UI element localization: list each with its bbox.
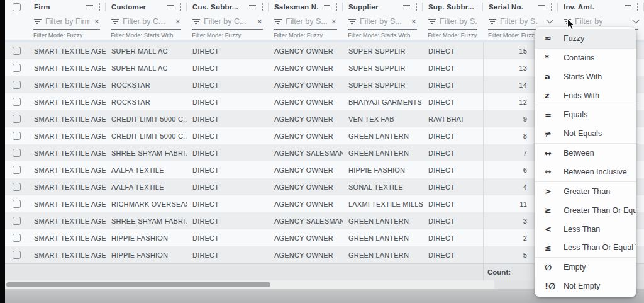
row-checkbox[interactable] bbox=[13, 251, 21, 259]
cell-customer: SUPER MALL AC bbox=[106, 42, 187, 59]
menu-item-empty[interactable]: ∅Empty bbox=[535, 258, 636, 277]
filter-input[interactable]: Filter by Firm × bbox=[33, 14, 100, 30]
row-checkbox[interactable] bbox=[13, 217, 21, 225]
filter-input[interactable]: Filter by C... × bbox=[111, 14, 181, 30]
menu-item-contains[interactable]: *Contains bbox=[535, 49, 636, 67]
menu-item-less-than-or-equal-to[interactable]: ≤Less Than Or Equal To bbox=[535, 238, 636, 257]
row-checkbox[interactable] bbox=[13, 200, 21, 208]
cell-customer: SHREE SHYAM FABRI... bbox=[106, 212, 187, 229]
row-checkbox[interactable] bbox=[13, 98, 21, 106]
menu-item-icon: ∅ bbox=[545, 263, 564, 272]
cell-supplier: HIPPIE FASHION bbox=[343, 161, 423, 178]
menu-item-icon: z bbox=[545, 91, 564, 100]
column-menu-icon[interactable] bbox=[97, 3, 101, 11]
menu-item-not-equals[interactable]: ≠Not Equals bbox=[535, 124, 636, 143]
chevron-down-icon[interactable] bbox=[632, 16, 639, 23]
filter-input[interactable]: Filter by S... × bbox=[348, 14, 417, 30]
column-header-salesman[interactable]: Salesman N... bbox=[269, 0, 343, 14]
filter-input[interactable]: Filter by C... × bbox=[192, 14, 263, 30]
row-checkbox[interactable] bbox=[13, 115, 21, 123]
filter-mode-label bbox=[5, 30, 28, 40]
cell-cus_subbr: DIRECT bbox=[187, 144, 269, 161]
cell-sup_subbr: DIRECT bbox=[423, 42, 483, 59]
column-drag-icon[interactable] bbox=[324, 5, 330, 9]
column-header-firm[interactable]: Firm bbox=[28, 0, 106, 14]
menu-item-not-empty[interactable]: !∅Not Empty bbox=[535, 277, 636, 295]
cell-supplier: SONAL TEXTILE bbox=[343, 178, 423, 195]
menu-item-icon: !∅ bbox=[545, 282, 564, 291]
filter-input[interactable]: Filter by S. bbox=[428, 14, 477, 30]
row-checkbox[interactable] bbox=[13, 64, 21, 72]
clear-filter-icon[interactable]: × bbox=[94, 17, 100, 26]
menu-item-label: Greater Than Or Equal To bbox=[564, 206, 636, 215]
menu-item-starts-with[interactable]: aStarts With bbox=[535, 67, 636, 86]
row-checkbox[interactable] bbox=[13, 183, 21, 191]
cell-firm: SMART TEXTILE AGE... bbox=[28, 212, 106, 229]
clear-filter-icon[interactable]: × bbox=[257, 17, 263, 26]
column-drag-icon[interactable] bbox=[86, 5, 93, 9]
column-title: Serial No. bbox=[489, 3, 523, 11]
cell-cus_subbr: DIRECT bbox=[187, 127, 269, 144]
column-menu-icon[interactable] bbox=[335, 3, 338, 11]
column-menu-icon[interactable] bbox=[414, 3, 418, 11]
cell-salesman: AGENCY OWNER bbox=[269, 246, 343, 263]
column-menu-icon[interactable] bbox=[260, 3, 264, 11]
cell-firm: SMART TEXTILE AGE... bbox=[28, 110, 106, 127]
menu-item-ends-with[interactable]: zEnds With bbox=[535, 86, 636, 105]
column-drag-icon[interactable] bbox=[538, 5, 545, 9]
column-menu-icon[interactable] bbox=[550, 3, 553, 11]
column-header-serial[interactable]: Serial No. bbox=[483, 0, 558, 14]
column-drag-icon[interactable] bbox=[403, 5, 410, 9]
column-header-check[interactable] bbox=[5, 0, 28, 14]
menu-item-equals[interactable]: =Equals bbox=[535, 105, 636, 124]
cell-sup_subbr: DIRECT bbox=[423, 144, 483, 161]
column-drag-icon[interactable] bbox=[249, 5, 256, 9]
cell-supplier: SUPER SUPPLIR bbox=[343, 59, 423, 76]
row-checkbox[interactable] bbox=[13, 47, 21, 55]
row-checkbox-cell bbox=[5, 93, 28, 110]
cell-salesman: AGENCY OWNER bbox=[269, 195, 343, 212]
column-drag-icon[interactable] bbox=[625, 5, 631, 9]
clear-filter-icon[interactable]: × bbox=[175, 17, 181, 26]
cell-firm: SMART TEXTILE AGE... bbox=[28, 195, 106, 212]
column-header-customer[interactable]: Customer bbox=[106, 0, 187, 14]
menu-item-fuzzy[interactable]: ≈Fuzzy bbox=[535, 29, 636, 48]
menu-item-between[interactable]: ↔Between bbox=[535, 144, 636, 163]
row-checkbox[interactable] bbox=[13, 149, 21, 157]
column-menu-icon[interactable] bbox=[179, 3, 182, 11]
filter-placeholder: Filter by S. bbox=[500, 17, 542, 26]
filter-funnel-icon bbox=[111, 19, 119, 25]
row-checkbox-cell bbox=[5, 195, 28, 212]
menu-item-greater-than-or-equal-to[interactable]: ≥Greater Than Or Equal To bbox=[535, 201, 636, 220]
clear-filter-icon[interactable]: × bbox=[411, 17, 417, 26]
chevron-down-icon[interactable] bbox=[546, 16, 553, 23]
clear-filter-icon[interactable]: × bbox=[331, 17, 337, 26]
column-header-cus_subbr[interactable]: Cus. Subbr... bbox=[187, 0, 269, 14]
select-all-checkbox[interactable] bbox=[13, 3, 21, 11]
column-header-sup_subbr[interactable]: Sup. Subbr... bbox=[423, 0, 483, 14]
column-menu-icon[interactable] bbox=[636, 3, 640, 11]
menu-item-between-inclusive[interactable]: ⇿Between Inclusive bbox=[535, 163, 636, 181]
filter-mode-label: Filter Mode: Fuzzy bbox=[187, 30, 269, 40]
menu-item-greater-than[interactable]: >Greater Than bbox=[535, 182, 636, 201]
cell-firm: SMART TEXTILE AGE... bbox=[28, 229, 106, 246]
menu-item-icon: < bbox=[545, 224, 564, 234]
row-checkbox[interactable] bbox=[13, 166, 21, 174]
column-header-supplier[interactable]: Supplier bbox=[343, 0, 423, 14]
menu-item-label: Starts With bbox=[564, 72, 602, 81]
column-header-inv[interactable]: Inv. Amt. bbox=[558, 0, 644, 14]
menu-item-less-than[interactable]: <Less Than bbox=[535, 220, 636, 239]
filter-mode-label: Filter Mode: Starts With bbox=[106, 30, 187, 40]
row-checkbox[interactable] bbox=[13, 234, 21, 242]
column-drag-icon[interactable] bbox=[167, 5, 174, 9]
row-checkbox[interactable] bbox=[13, 81, 21, 89]
cell-cus_subbr: DIRECT bbox=[187, 212, 269, 229]
filter-mode-label: Filter Mode: Fuzzy bbox=[269, 30, 343, 40]
filter-mode-menu: ≈Fuzzy*ContainsaStarts WithzEnds With=Eq… bbox=[535, 27, 636, 297]
scrollbar-thumb[interactable] bbox=[6, 282, 270, 287]
row-checkbox[interactable] bbox=[13, 132, 21, 140]
filter-input[interactable]: Filter by S... × bbox=[274, 14, 337, 30]
cell-firm: SMART TEXTILE AGE... bbox=[28, 76, 106, 93]
menu-item-label: Less Than Or Equal To bbox=[564, 243, 636, 252]
menu-item-icon: ↔ bbox=[545, 149, 564, 158]
